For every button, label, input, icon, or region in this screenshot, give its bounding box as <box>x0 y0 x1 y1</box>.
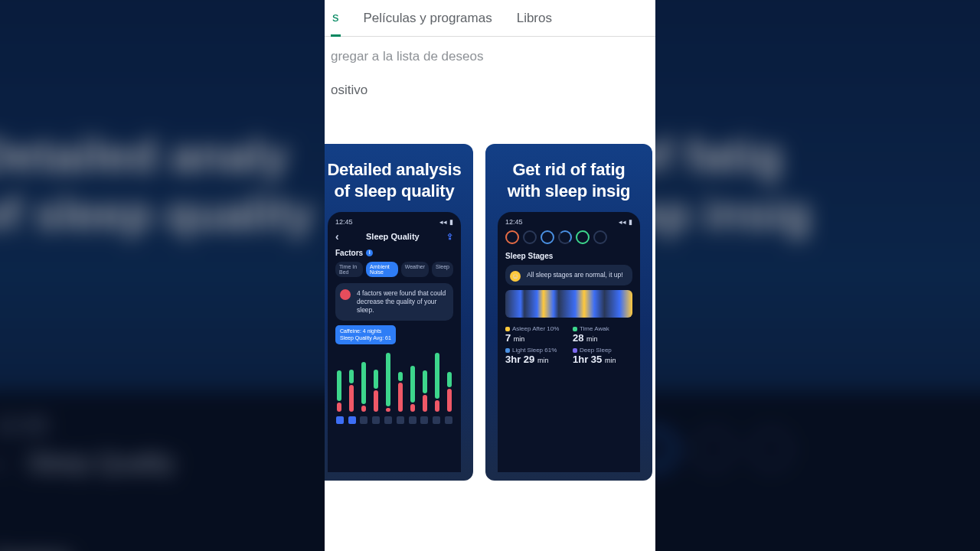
share-icon: ⇪ <box>446 232 453 242</box>
shot1-title: Detailed analysis of sleep quality <box>326 159 462 201</box>
tab-books[interactable]: Libros <box>515 2 554 35</box>
listing-body: gregar a la lista de deseos ositivo Deta… <box>325 37 655 481</box>
sleep-timeline <box>505 290 632 318</box>
tab-apps[interactable]: s <box>331 1 341 37</box>
insight-card: 4 factors were found that could decrease… <box>335 283 453 321</box>
day-rings <box>505 230 632 244</box>
tab-movies[interactable]: Películas y programas <box>362 2 494 35</box>
shot2-phone-mock: 12:45◂◂ ▮ Sleep Stages ☺ All sleep stage… <box>498 212 640 472</box>
device-text: ositivo <box>325 83 655 144</box>
screenshot-2[interactable]: Get rid of fatig with sleep insig 12:45◂… <box>485 144 652 481</box>
stages-label: Sleep Stages <box>505 252 632 260</box>
phone-viewport: s Películas y programas Libros gregar a … <box>325 0 655 551</box>
alert-icon <box>340 289 351 300</box>
screenshot-carousel[interactable]: Detailed analysis of sleep quality 12:45… <box>325 144 655 481</box>
caffeine-tag: Caffeine: 4 nightsSleep Quality Avg: 61 <box>335 325 396 344</box>
factor-chips: Time In Bed Ambient Noise Weather Sleep <box>335 262 453 277</box>
stages-insight: ☺ All sleep stages are normal, it up! <box>505 265 632 285</box>
factors-label: Factorsi <box>335 249 453 257</box>
factor-icon-row <box>335 416 453 424</box>
shot1-phone-mock: 12:45◂◂ ▮ ‹ Sleep Quality ⇪ Factorsi Tim… <box>328 212 461 472</box>
back-icon: ‹ <box>335 230 339 243</box>
screenshot-1[interactable]: Detailed analysis of sleep quality 12:45… <box>325 144 473 481</box>
sleep-stats: Asleep After 10% 7 min Time Awak 28 min … <box>505 325 632 365</box>
factors-barchart <box>335 350 453 412</box>
store-tabs: s Películas y programas Libros <box>325 0 655 37</box>
shot2-title: Get rid of fatig with sleep insig <box>496 159 642 201</box>
wishlist-link[interactable]: gregar a la lista de deseos <box>325 49 655 83</box>
smile-icon: ☺ <box>510 271 521 282</box>
